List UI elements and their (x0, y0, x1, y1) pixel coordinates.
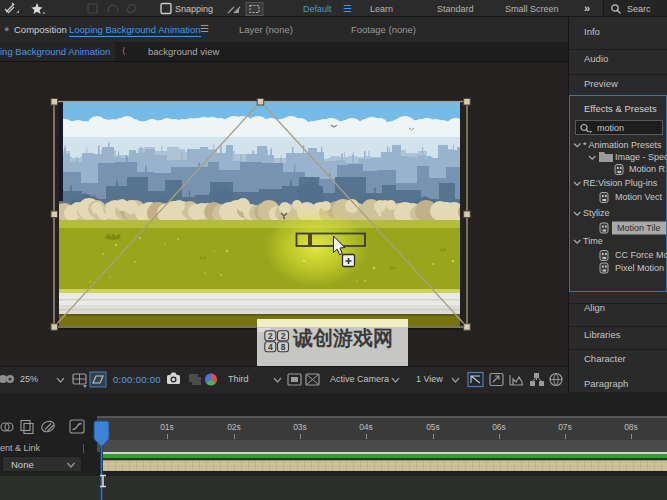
svg-text:2: 2 (268, 331, 273, 341)
svg-text:2: 2 (281, 331, 286, 341)
svg-text:4: 4 (268, 342, 273, 352)
svg-text:8: 8 (281, 342, 286, 352)
